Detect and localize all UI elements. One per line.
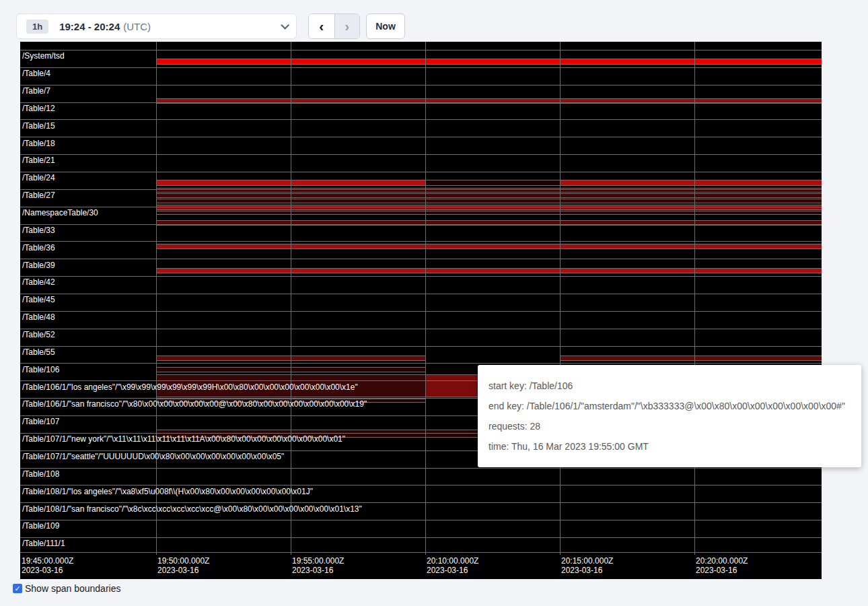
row-label: /Table/21 <box>22 156 55 165</box>
time-gridline <box>156 42 157 555</box>
row-boundary-line <box>20 502 822 503</box>
row-boundary-line <box>20 468 822 469</box>
tick-date: 2023-03-16 <box>427 566 478 575</box>
row-label: /Table/111/1 <box>22 539 65 548</box>
heat-band[interactable] <box>157 98 822 104</box>
row-boundary-line <box>20 485 822 485</box>
row-label: /Table/107/1/"new york"/"\x11\x11\x11\x1… <box>22 434 345 444</box>
row-boundary-line <box>20 552 822 553</box>
row-label: /Table/108/1/"los angeles"/"\xa8\xf5\u00… <box>22 487 313 496</box>
row-boundary-line <box>20 276 822 277</box>
tick-date: 2023-03-16 <box>292 566 344 575</box>
heat-band[interactable] <box>157 180 426 186</box>
x-axis-tick: 20:20:00.000Z2023-03-16 <box>696 556 748 575</box>
row-label: /Table/108 <box>22 469 59 479</box>
heat-band[interactable] <box>157 193 822 198</box>
tick-date: 2023-03-16 <box>157 566 209 575</box>
tooltip-requests: requests: 28 <box>489 421 851 432</box>
row-label: /Table/12 <box>22 104 55 113</box>
time-gridline <box>560 42 560 555</box>
heat-band[interactable] <box>157 220 822 226</box>
row-label: /Table/39 <box>22 261 55 270</box>
row-boundary-line <box>20 119 822 120</box>
row-label: /NamespaceTable/30 <box>22 208 98 217</box>
row-label: /Table/106/1/"los angeles"/"\x99\x99\x99… <box>22 382 358 392</box>
row-label: /Table/48 <box>22 312 55 322</box>
row-boundary-line <box>20 346 822 347</box>
row-label: /Table/4 <box>22 69 50 78</box>
heat-band[interactable] <box>157 211 822 215</box>
row-boundary-line <box>20 259 822 259</box>
hover-tooltip: start key: /Table/106 end key: /Table/10… <box>478 365 861 467</box>
heat-band[interactable] <box>426 180 560 186</box>
span-boundaries-control: ✓ Show span boundaries <box>13 583 120 594</box>
x-axis-tick: 19:50:00.000Z2023-03-16 <box>157 556 209 575</box>
tick-date: 2023-03-16 <box>696 566 748 575</box>
row-boundary-line <box>20 154 822 155</box>
heat-band[interactable] <box>157 356 426 361</box>
time-nav-group: ‹ › <box>308 13 360 39</box>
tick-date: 2023-03-16 <box>22 566 73 575</box>
time-gridline <box>291 42 291 555</box>
show-span-boundaries-label: Show span boundaries <box>25 583 120 594</box>
row-label: /System/tsd <box>22 51 65 61</box>
now-button[interactable]: Now <box>366 13 405 39</box>
row-label: /Table/108/1/"san francisco"/"\x8c\xcc\x… <box>22 504 362 514</box>
row-boundary-line <box>20 311 822 312</box>
tick-date: 2023-03-16 <box>561 566 613 575</box>
row-label: /Table/106/1/"san francisco"/"\x80\x00\x… <box>22 399 367 409</box>
tooltip-end-key: end key: /Table/106/1/"amsterdam"/"\xb33… <box>489 401 851 411</box>
time-range-select[interactable]: 1h 19:24 - 20:24 (UTC) <box>16 13 297 39</box>
row-boundary-line <box>20 520 822 520</box>
x-axis-tick: 20:10:00.000Z2023-03-16 <box>427 556 478 575</box>
tick-time: 19:55:00.000Z <box>292 556 344 566</box>
heat-band[interactable] <box>157 199 822 203</box>
row-label: /Table/106 <box>22 365 59 374</box>
row-boundary-line <box>20 85 822 86</box>
x-axis-tick: 19:55:00.000Z2023-03-16 <box>292 556 344 575</box>
row-label: /Table/45 <box>22 295 55 304</box>
time-range-timezone: (UTC) <box>123 21 151 32</box>
row-boundary-line <box>20 137 822 137</box>
row-boundary-line <box>20 207 822 207</box>
row-label: /Table/55 <box>22 347 55 357</box>
heat-band[interactable] <box>560 356 822 361</box>
prev-time-button[interactable]: ‹ <box>309 14 334 38</box>
row-label: /Table/33 <box>22 226 55 235</box>
row-boundary-line <box>20 363 822 364</box>
row-boundary-line <box>20 224 822 225</box>
row-boundary-line <box>20 50 822 50</box>
time-gridline <box>694 42 695 555</box>
heat-band[interactable] <box>157 59 822 65</box>
tick-time: 19:50:00.000Z <box>157 556 209 566</box>
row-label: /Table/7 <box>22 86 50 96</box>
row-boundary-line <box>20 294 822 294</box>
row-label: /Table/36 <box>22 243 55 252</box>
row-label: /Table/42 <box>22 277 55 287</box>
tooltip-start-key: start key: /Table/106 <box>489 380 851 391</box>
time-range-text: 19:24 - 20:24 <box>59 21 120 32</box>
heat-band[interactable] <box>157 367 426 372</box>
row-boundary-line <box>20 189 822 190</box>
tick-time: 20:15:00.000Z <box>561 556 613 566</box>
row-label: /Table/24 <box>22 173 55 182</box>
tick-time: 20:10:00.000Z <box>427 556 478 566</box>
row-boundary-line <box>20 102 822 103</box>
row-label: /Table/27 <box>22 191 55 200</box>
x-axis-tick: 19:45:00.000Z2023-03-16 <box>22 556 73 575</box>
row-label: /Table/18 <box>22 139 55 148</box>
row-boundary-line <box>20 537 822 538</box>
heat-band[interactable] <box>157 268 822 273</box>
tooltip-time: time: Thu, 16 Mar 2023 19:55:00 GMT <box>489 441 851 452</box>
next-time-button[interactable]: › <box>334 14 360 38</box>
row-boundary-line <box>20 67 822 68</box>
row-label: /Table/107/1/"seattle"/"UUUUUUD\x00\x80\… <box>22 452 284 461</box>
heat-band[interactable] <box>157 205 822 210</box>
chevron-down-icon <box>281 21 289 30</box>
time-gridline <box>425 42 426 555</box>
heat-band[interactable] <box>560 180 822 186</box>
heat-band[interactable] <box>157 244 822 249</box>
time-range-duration-badge: 1h <box>26 20 48 34</box>
show-span-boundaries-checkbox[interactable]: ✓ <box>13 584 22 593</box>
key-visualizer-canvas[interactable]: /System/tsd/Table/4/Table/7/Table/12/Tab… <box>20 42 822 579</box>
